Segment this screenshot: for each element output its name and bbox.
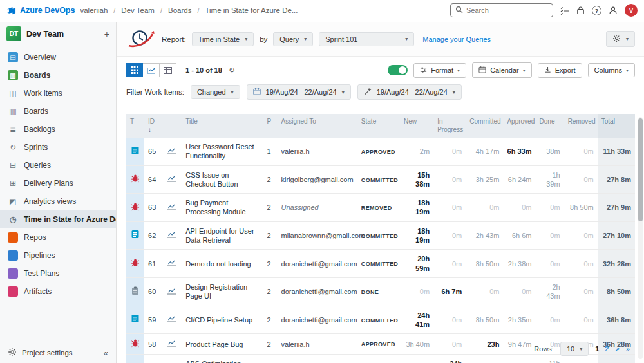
query-dropdown[interactable]: Sprint 101 ▾ [319, 32, 414, 46]
table-row[interactable]: 64CSS Issue on Checkout Button2kirigolbe… [126, 165, 635, 194]
sidebar-item-sprints[interactable]: ↻Sprints [0, 138, 116, 156]
sidebar-item-delivery-plans[interactable]: ⊞Delivery Plans [0, 174, 116, 192]
project-settings[interactable]: Project settings « [0, 342, 116, 363]
date-range-dropdown[interactable]: 19/Aug/24 - 22/Aug/24 ▾ [247, 84, 351, 100]
row-chart-icon[interactable] [162, 334, 182, 355]
page-size-dropdown[interactable]: 10 ▾ [560, 342, 589, 356]
col-committed[interactable]: Committed [466, 114, 503, 138]
work-item-title[interactable]: CSS Issue on Checkout Button [182, 165, 263, 194]
row-chart-icon[interactable] [162, 138, 182, 165]
user-avatar[interactable]: V [625, 4, 638, 17]
table-row[interactable]: 59CI/CD Pipeline Setup2doranichetti@gmai… [126, 306, 635, 334]
brand-title[interactable]: Azure DevOps [20, 6, 75, 15]
artifacts-icon [8, 286, 18, 297]
task-list-icon[interactable] [560, 6, 569, 15]
work-item-title[interactable]: User Password Reset Functionality [182, 138, 263, 165]
row-chart-icon[interactable] [162, 221, 182, 250]
scrollbar-thumb[interactable] [638, 118, 643, 221]
row-chart-icon[interactable] [162, 306, 182, 334]
sidebar-item-queries[interactable]: ⊟Queries [0, 156, 116, 174]
refresh-icon[interactable]: ↻ [229, 66, 235, 75]
col-done[interactable]: Done [536, 114, 564, 138]
worktype-range-dropdown[interactable]: 19/Aug/24 - 22/Aug/24 ▾ [357, 84, 462, 100]
add-icon[interactable]: + [104, 29, 109, 39]
search-input[interactable] [466, 6, 548, 14]
project-name: Dev Team [26, 30, 99, 39]
table-row[interactable]: 61Demo do not loading2doranichetti@gmail… [126, 250, 635, 278]
report-type-dropdown[interactable]: Time in State ▾ [192, 32, 254, 46]
page-2-button[interactable]: 2 [605, 345, 609, 353]
work-item-title[interactable]: ABS Optimization Initiative [182, 355, 263, 363]
manage-queries-link[interactable]: Manage your Queries [422, 35, 491, 43]
col-total[interactable]: Total [598, 114, 635, 138]
work-item-title[interactable]: Product Page Bug [182, 334, 263, 355]
row-chart-icon[interactable] [162, 277, 182, 306]
sidebar-item-analytics-views[interactable]: ◩Analytics views [0, 192, 116, 210]
vertical-scrollbar[interactable] [638, 117, 643, 359]
page-1-button[interactable]: 1 [595, 345, 599, 353]
work-item-assigned: kirigolberg@gmail.com [278, 165, 357, 194]
col-state[interactable]: State [357, 114, 400, 138]
sidebar-item-backlogs[interactable]: ≣Backlogs [0, 120, 116, 138]
col-assigned[interactable]: Assigned To [278, 114, 357, 138]
table-row[interactable]: 62API Endpoint for User Data Retrieval2m… [126, 221, 635, 250]
col-title[interactable]: Title [182, 114, 263, 138]
report-settings-dropdown[interactable]: ▾ [606, 31, 635, 47]
azure-devops-logo-icon[interactable] [6, 6, 16, 15]
collapse-sidebar-icon[interactable]: « [104, 348, 108, 358]
breadcrumb-boards[interactable]: Boards [168, 6, 191, 14]
table-row[interactable]: 65User Password Reset Functionality1vale… [126, 138, 635, 165]
chart-view-button[interactable] [143, 63, 160, 77]
work-item-title[interactable]: CI/CD Pipeline Setup [182, 306, 263, 334]
work-item-title[interactable]: Bug Payment Processing Module [182, 194, 263, 222]
time-in-state-icon: ◷ [8, 215, 18, 224]
col-new[interactable]: New [400, 114, 433, 138]
calendar-button[interactable]: Calendar ▾ [472, 62, 532, 78]
changed-filter-dropdown[interactable]: Changed ▾ [191, 85, 240, 99]
source-dropdown[interactable]: Query ▾ [273, 32, 313, 46]
row-chart-icon[interactable] [162, 194, 182, 222]
breadcrumb-current-page[interactable]: Time in State for Azure De... [205, 6, 298, 14]
col-priority[interactable]: P [263, 114, 278, 138]
work-item-id: 62 [144, 221, 162, 250]
time-in-state-cell: 0m [536, 221, 564, 250]
project-header[interactable]: DT Dev Team + [0, 22, 116, 46]
help-icon[interactable]: ? [592, 6, 601, 15]
live-toggle[interactable] [388, 65, 408, 75]
sidebar-item-pipelines[interactable]: Pipelines [0, 247, 116, 265]
next-page-icon[interactable]: > [615, 345, 619, 353]
table-row[interactable]: 60Design Registration Page UI2doranichet… [126, 277, 635, 306]
row-chart-icon[interactable] [162, 250, 182, 278]
last-page-icon[interactable]: » [626, 345, 630, 353]
columns-button[interactable]: Columns ▾ [588, 63, 635, 77]
work-item-title[interactable]: Design Registration Page UI [182, 277, 263, 306]
col-removed[interactable]: Removed [564, 114, 598, 138]
sidebar-item-repos[interactable]: Repos [0, 228, 116, 247]
sidebar-item-artifacts[interactable]: Artifacts [0, 283, 116, 301]
col-id[interactable]: ID ↓ [144, 114, 162, 138]
row-chart-icon[interactable] [162, 355, 182, 363]
sidebar-item-test-plans[interactable]: Test Plans [0, 265, 116, 283]
user-settings-icon[interactable] [609, 6, 618, 15]
col-approved[interactable]: Approved [503, 114, 535, 138]
time-in-state-cell: 3h 40m [400, 334, 433, 355]
sidebar-item-time-in-state[interactable]: ◷Time in State for Azure DevO... [0, 210, 116, 228]
sidebar-item-boards-sub[interactable]: ▥Boards [0, 102, 116, 120]
col-type[interactable]: T [126, 114, 144, 138]
work-item-title[interactable]: Demo do not loading [182, 250, 263, 278]
breadcrumb-org[interactable]: valeriiah [80, 6, 108, 14]
breadcrumb-project[interactable]: Dev Team [121, 6, 155, 14]
sidebar-item-work-items[interactable]: ◫Work items [0, 84, 116, 102]
row-chart-icon[interactable] [162, 165, 182, 194]
sidebar-item-boards[interactable]: ▥Boards [0, 66, 116, 84]
marketplace-bag-icon[interactable] [576, 6, 585, 15]
grid-view-button[interactable] [126, 63, 143, 77]
table-view-button[interactable] [160, 63, 176, 77]
work-item-title[interactable]: API Endpoint for User Data Retrieval [182, 221, 263, 250]
export-button[interactable]: Export [538, 63, 582, 78]
format-button[interactable]: Format ▾ [413, 63, 466, 78]
sidebar-item-overview[interactable]: ▤Overview [0, 48, 116, 66]
table-row[interactable]: 63Bug Payment Processing Module2Unassign… [126, 194, 635, 222]
search-box[interactable] [450, 3, 553, 17]
col-in-progress[interactable]: In Progress [433, 114, 466, 138]
